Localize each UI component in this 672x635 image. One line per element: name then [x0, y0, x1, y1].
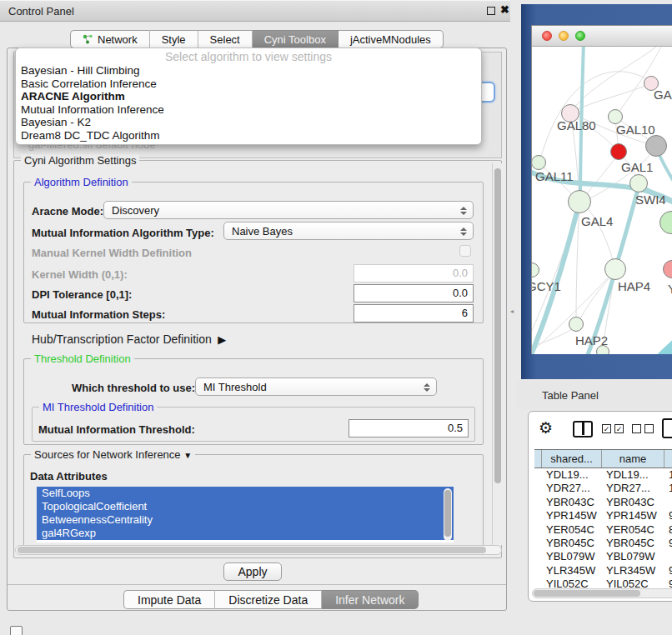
checked-checkbox-icon[interactable]: ✓: [614, 424, 624, 433]
table-row[interactable]: YIL052CYIL052C9: [534, 578, 672, 589]
mi-threshold-label: Mutual Information Threshold:: [38, 423, 195, 436]
algorithm-option[interactable]: Basic Correlation Inference: [16, 78, 481, 91]
float-panel-icon[interactable]: [487, 7, 495, 15]
table-row[interactable]: YBR045CYBR045C9.: [534, 537, 672, 550]
table-row[interactable]: YBR043CYBR043C: [534, 496, 672, 509]
table-panel-title: Table Panel: [542, 389, 599, 402]
table-row[interactable]: YLR345WYLR345W9.: [534, 564, 672, 578]
scrollbar-thumb[interactable]: [494, 168, 501, 483]
scrollbar-thumb[interactable]: [18, 547, 486, 553]
control-panel-title: Control Panel: [8, 5, 74, 18]
node[interactable]: [645, 135, 667, 157]
table-row[interactable]: YBL079WYBL079W: [534, 550, 672, 563]
network-canvas[interactable]: GALGAL80GAL10GAL1GAL11SWI4GAL4GCY1HAP4YH…: [532, 47, 672, 354]
table-cell: 8.: [664, 523, 672, 537]
data-attributes-list[interactable]: SelfLoopsTopologicalCoefficientBetweenne…: [37, 487, 454, 542]
tab-jactivemnodules[interactable]: jActiveMNodules: [339, 30, 444, 48]
column-header-shared-name[interactable]: shared...: [542, 450, 602, 468]
unchecked-checkbox-icon[interactable]: [644, 424, 654, 433]
tab-discretize-data[interactable]: Discretize Data: [215, 590, 322, 609]
table-cell: YDL19...: [602, 468, 664, 482]
gear-icon[interactable]: ⚙: [539, 418, 553, 438]
table-row[interactable]: YPR145WYPR145W9.: [534, 509, 672, 522]
table-row[interactable]: YDR27...YDR27...12: [534, 482, 672, 495]
mi-type-select[interactable]: Naive Bayes: [223, 222, 474, 240]
collapsed-arrow-icon: ▶: [215, 333, 227, 346]
selected-value: MI Threshold: [203, 381, 267, 393]
sources-toggle[interactable]: Sources for Network Inference ▼: [31, 448, 195, 461]
checked-checkbox-icon[interactable]: ✓: [602, 424, 611, 433]
unchecked-checkbox-icon[interactable]: [632, 424, 641, 433]
bottom-tabs: Impute Data Discretize Data Infer Networ…: [123, 590, 419, 609]
node[interactable]: [596, 345, 609, 354]
table-cell: YBR043C: [602, 496, 664, 509]
row-stub-cell: [534, 550, 542, 563]
minimize-traffic-light-button[interactable]: [559, 31, 569, 41]
mi-steps-field[interactable]: 6: [354, 304, 474, 322]
settings-horizontal-scrollbar[interactable]: [15, 545, 502, 555]
node-gal4[interactable]: [568, 190, 591, 213]
tab-cyni-toolbox[interactable]: Cyni Toolbox: [253, 30, 339, 48]
algorithm-option[interactable]: Dream8 DC_TDC Algorithm: [16, 129, 481, 142]
tab-impute-data[interactable]: Impute Data: [123, 590, 215, 609]
node-label: Y: [668, 282, 672, 296]
tab-network[interactable]: Network: [70, 30, 150, 48]
which-threshold-select[interactable]: MI Threshold: [195, 378, 437, 396]
stepper-icon: [460, 225, 468, 238]
aracne-mode-select[interactable]: Discovery: [103, 201, 474, 219]
attribute-list-item[interactable]: TopologicalCoefficient: [37, 500, 454, 513]
attribute-list-item[interactable]: gal4RGexp: [37, 527, 454, 540]
table-row[interactable]: YDL19...YDL19...13: [534, 468, 672, 482]
selected-value: Discovery: [112, 204, 159, 217]
node-hap4[interactable]: [604, 258, 626, 280]
manual-kernel-label: Manual Kernel Width Definition: [32, 247, 192, 259]
close-icon[interactable]: ✖: [500, 3, 509, 16]
network-window-titlebar[interactable]: [532, 26, 672, 47]
dpi-tolerance-field[interactable]: 0.0: [354, 284, 474, 302]
algorithm-option[interactable]: ARACNE Algorithm: [16, 90, 481, 103]
algorithm-option[interactable]: Mutual Information Inference: [16, 103, 481, 117]
tab-label: Impute Data: [138, 593, 201, 607]
manual-kernel-checkbox[interactable]: [459, 245, 471, 257]
table-cell: YBL079W: [602, 550, 664, 563]
algorithm-dropdown-list: Select algorithm to view settings Bayesi…: [15, 48, 482, 145]
group-title: Cyni Algorithm Settings: [21, 154, 139, 167]
tab-select[interactable]: Select: [198, 30, 253, 48]
node-label: GAL: [654, 88, 672, 102]
which-threshold-label: Which threshold to use:: [72, 382, 195, 394]
attribute-list-item[interactable]: BetweennessCentrality: [37, 513, 454, 527]
mi-threshold-field[interactable]: 0.5: [349, 419, 469, 438]
attribute-list-item[interactable]: SelfLoops: [37, 487, 454, 500]
apply-button[interactable]: Apply: [223, 562, 282, 581]
algorithm-option[interactable]: Bayesian - K2: [16, 116, 481, 129]
hub-definition-toggle[interactable]: Hub/Transcription Factor Definition ▶: [32, 332, 226, 346]
algorithm-list: Bayesian - Hill ClimbingBasic Correlatio…: [16, 64, 481, 142]
node-label: HAP4: [618, 279, 650, 293]
splitter-handle[interactable]: ◂: [510, 308, 515, 316]
scrollbar-thumb[interactable]: [444, 490, 451, 537]
scrollbar-thumb[interactable]: [534, 590, 640, 597]
attributes-list-scrollbar[interactable]: [444, 488, 452, 541]
zoom-traffic-light-button[interactable]: [575, 31, 585, 41]
table-toolbar: ⚙ ✓ ✓: [529, 412, 672, 447]
tab-style[interactable]: Style: [150, 30, 198, 48]
table-cell: YPR145W: [542, 509, 602, 522]
row-stub-cell: [534, 578, 542, 589]
settings-vertical-scrollbar[interactable]: [492, 163, 502, 545]
export-table-icon[interactable]: [662, 418, 672, 438]
column-header-clipped[interactable]: A: [664, 450, 672, 468]
table-row[interactable]: YER054CYER054C8.: [534, 523, 672, 537]
node-gal1[interactable]: [610, 143, 627, 160]
node-swi4[interactable]: [629, 174, 648, 192]
kernel-width-field[interactable]: 0.0: [354, 264, 474, 282]
column-header-name[interactable]: name: [602, 450, 664, 468]
control-panel-tabs: Network Style Select Cyni Toolbox jActiv…: [70, 30, 444, 48]
tab-infer-network[interactable]: Infer Network: [322, 590, 419, 609]
columns-icon[interactable]: [573, 421, 593, 438]
minimized-panel-icon[interactable]: [10, 626, 23, 635]
algorithm-option[interactable]: Bayesian - Hill Climbing: [16, 64, 481, 78]
node-hap2[interactable]: [569, 317, 584, 332]
close-traffic-light-button[interactable]: [542, 31, 552, 41]
table-panel: ⚙ ✓ ✓ shared... name A YDL19...YDL19...1…: [528, 411, 672, 602]
table-horizontal-scrollbar[interactable]: [532, 588, 672, 598]
